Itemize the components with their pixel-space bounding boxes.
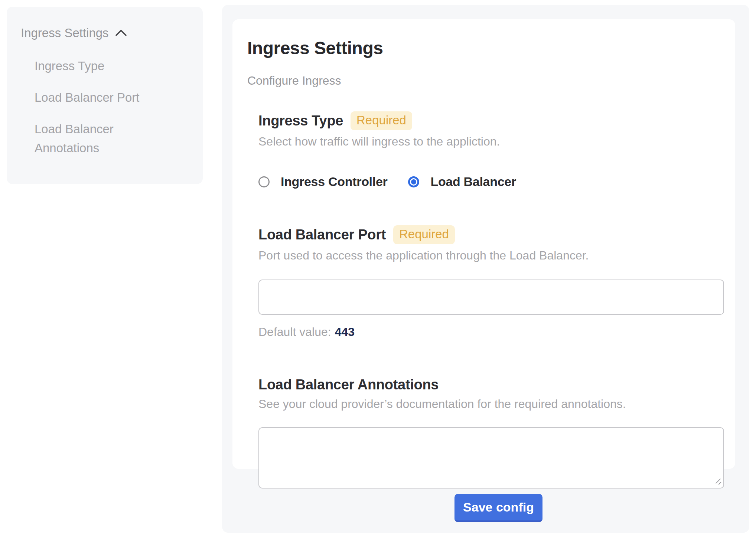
load-balancer-annotations-textarea[interactable] [258,427,724,489]
sidebar-item-load-balancer-port[interactable]: Load Balancer Port [35,88,173,107]
ingress-type-title: Ingress Type [258,113,343,129]
ingress-type-description: Select how traffic will ingress to the a… [258,135,724,148]
default-value-label: Default value: [258,325,331,339]
default-value: 443 [335,325,355,339]
sidebar-group-ingress-settings[interactable]: Ingress Settings [21,26,189,40]
radio-selected-icon[interactable] [408,176,419,187]
radio-label: Load Balancer [430,174,516,189]
radio-label: Ingress Controller [281,174,387,189]
required-badge: Required [393,225,455,244]
page-subtitle: Configure Ingress [247,74,724,88]
settings-sidebar: Ingress Settings Ingress Type Load Balan… [7,7,203,184]
radio-unselected-icon[interactable] [258,176,270,187]
load-balancer-annotations-title: Load Balancer Annotations [258,377,439,393]
chevron-up-icon[interactable] [114,27,128,39]
required-badge: Required [351,111,412,130]
form-sections: Ingress Type Required Select how traffic… [258,111,724,489]
sidebar-item-ingress-type[interactable]: Ingress Type [35,56,173,75]
save-config-button[interactable]: Save config [454,494,542,522]
main-panel: Ingress Settings Configure Ingress Ingre… [222,5,749,533]
section-load-balancer-annotations: Load Balancer Annotations See your cloud… [258,377,724,489]
section-title-row: Load Balancer Port Required [258,225,724,244]
sidebar-group-label: Ingress Settings [21,26,109,40]
section-title-row: Ingress Type Required [258,111,724,130]
sidebar-item-list: Ingress Type Load Balancer Port Load Bal… [35,56,173,158]
load-balancer-port-title: Load Balancer Port [258,227,386,243]
section-ingress-type: Ingress Type Required Select how traffic… [258,111,724,189]
annotations-textarea-wrap [258,427,724,489]
section-load-balancer-port: Load Balancer Port Required Port used to… [258,225,724,339]
load-balancer-port-description: Port used to access the application thro… [258,249,724,262]
ingress-settings-card: Ingress Settings Configure Ingress Ingre… [232,19,735,469]
section-title-row: Load Balancer Annotations [258,377,724,393]
radio-option-load-balancer[interactable]: Load Balancer [408,174,516,189]
default-value-row: Default value:443 [258,325,724,339]
load-balancer-annotations-description: See your cloud provider’s documentation … [258,397,724,411]
load-balancer-port-input[interactable] [258,280,724,315]
sidebar-item-load-balancer-annotations[interactable]: Load Balancer Annotations [35,120,173,157]
ingress-type-radio-group: Ingress Controller Load Balancer [258,174,724,189]
radio-option-ingress-controller[interactable]: Ingress Controller [258,174,387,189]
page-title: Ingress Settings [247,38,724,58]
